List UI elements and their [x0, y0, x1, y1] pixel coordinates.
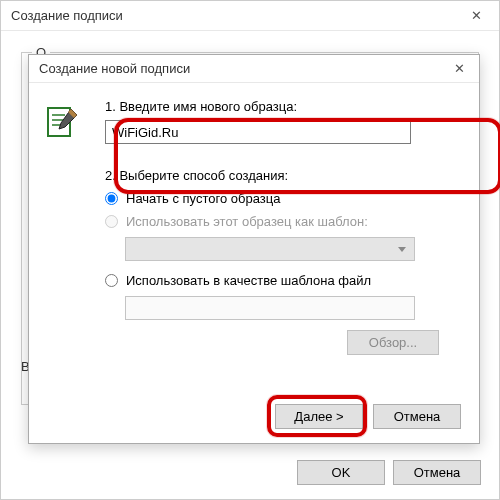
step1-label: 1. Введите имя нового образца:: [105, 99, 461, 114]
file-path-input: [125, 296, 415, 320]
step1: 1. Введите имя нового образца:: [105, 99, 461, 144]
wizard-content: 1. Введите имя нового образца: 2. Выбери…: [105, 99, 461, 355]
step2-label: 2. Выберите способ создания:: [105, 168, 461, 183]
radio-template-row: Использовать этот образец как шаблон:: [105, 214, 461, 229]
radio-blank-row[interactable]: Начать с пустого образца: [105, 191, 461, 206]
signature-name-input[interactable]: [105, 120, 411, 144]
radio-file-label: Использовать в качестве шаблона файл: [126, 273, 371, 288]
parent-close-button[interactable]: ✕: [454, 1, 499, 31]
wizard-title: Создание новой подписи: [39, 61, 190, 76]
parent-ok-button[interactable]: OK: [297, 460, 385, 485]
parent-title: Создание подписи: [11, 8, 123, 23]
parent-titlebar: Создание подписи ✕: [1, 1, 499, 31]
wizard-titlebar: Создание новой подписи ✕: [29, 55, 479, 83]
wizard-cancel-button[interactable]: Отмена: [373, 404, 461, 429]
wizard-body: 1. Введите имя нового образца: 2. Выбери…: [29, 83, 479, 443]
wizard-button-row: Далее > Отмена: [275, 404, 461, 429]
parent-button-row: OK Отмена: [297, 460, 481, 485]
radio-blank-label: Начать с пустого образца: [126, 191, 280, 206]
wizard-dialog: Создание новой подписи ✕ 1. Введите имя …: [28, 54, 480, 444]
radio-blank[interactable]: [105, 192, 118, 205]
browse-button: Обзор...: [347, 330, 439, 355]
step2: 2. Выберите способ создания: Начать с пу…: [105, 168, 461, 355]
radio-template-label: Использовать этот образец как шаблон:: [126, 214, 368, 229]
wizard-close-button[interactable]: ✕: [439, 55, 479, 83]
close-icon: ✕: [454, 55, 465, 83]
radio-file[interactable]: [105, 274, 118, 287]
radio-file-row[interactable]: Использовать в качестве шаблона файл: [105, 273, 461, 288]
close-icon: ✕: [471, 1, 482, 31]
template-select: [125, 237, 415, 261]
next-button[interactable]: Далее >: [275, 404, 363, 429]
signature-icon: [47, 107, 83, 143]
parent-cancel-button[interactable]: Отмена: [393, 460, 481, 485]
radio-template: [105, 215, 118, 228]
